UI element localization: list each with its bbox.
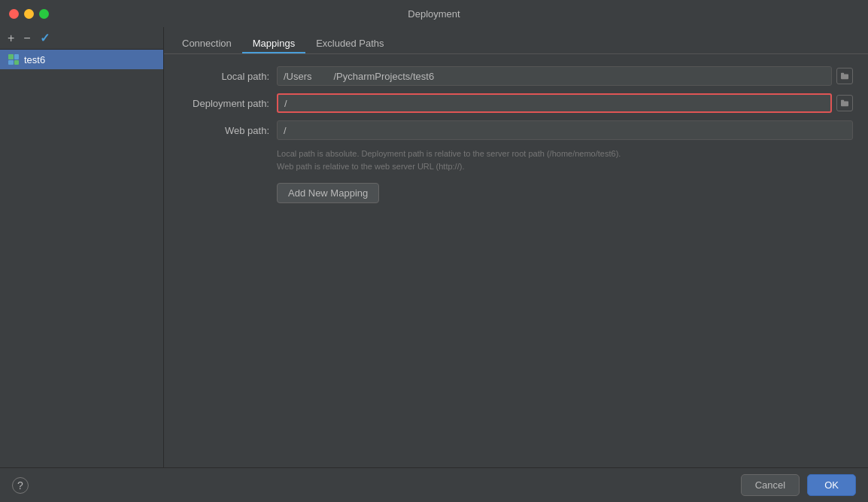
titlebar: Deployment <box>0 0 868 27</box>
deployment-path-input-wrap <box>277 93 853 113</box>
form-area: Local path: Deployment path: <box>164 54 868 467</box>
help-button[interactable]: ? <box>12 477 29 494</box>
tab-excluded-paths[interactable]: Excluded Paths <box>305 33 394 53</box>
web-path-label: Web path: <box>179 125 277 136</box>
ok-button[interactable]: OK <box>807 474 856 496</box>
web-path-row: Web path: <box>179 120 853 140</box>
main-content: + − ✓ test6 Co <box>0 27 868 467</box>
remove-server-button[interactable]: − <box>20 31 33 46</box>
add-mapping-button[interactable]: Add New Mapping <box>277 183 379 203</box>
tabs: Connection Mappings Excluded Paths <box>164 27 868 54</box>
tab-connection[interactable]: Connection <box>171 33 242 53</box>
sidebar: + − ✓ test6 <box>0 27 164 467</box>
hint-text: Local path is absolute. Deployment path … <box>277 148 853 172</box>
deployment-path-row: Deployment path: <box>179 93 853 113</box>
local-path-input[interactable] <box>277 66 832 86</box>
server-icon <box>8 53 20 65</box>
local-path-browse-button[interactable] <box>836 68 853 84</box>
local-path-row: Local path: <box>179 66 853 86</box>
svg-rect-2 <box>841 102 848 107</box>
hint-line2: Web path is relative to the web server U… <box>277 160 853 173</box>
sidebar-toolbar: + − ✓ <box>0 27 163 50</box>
hint-line1: Local path is absolute. Deployment path … <box>277 148 853 160</box>
deployment-dialog: Deployment + − ✓ test6 <box>0 0 868 502</box>
deployment-path-browse-button[interactable] <box>836 95 853 111</box>
svg-rect-3 <box>841 100 844 102</box>
local-path-label: Local path: <box>179 71 277 82</box>
right-panel: Connection Mappings Excluded Paths Local… <box>164 27 868 467</box>
local-path-input-wrap <box>277 66 853 86</box>
titlebar-controls <box>9 9 49 19</box>
cancel-button[interactable]: Cancel <box>741 474 800 496</box>
web-path-input-wrap <box>277 120 853 140</box>
tab-mappings[interactable]: Mappings <box>242 33 305 53</box>
web-path-input[interactable] <box>277 120 853 140</box>
folder-icon <box>841 71 848 81</box>
sidebar-item-label: test6 <box>24 54 45 65</box>
svg-rect-1 <box>841 73 844 75</box>
deployment-path-label: Deployment path: <box>179 98 277 109</box>
maximize-button[interactable] <box>39 9 49 19</box>
dialog-footer: ? Cancel OK <box>0 467 868 502</box>
close-button[interactable] <box>9 9 19 19</box>
folder-icon <box>841 99 848 108</box>
sidebar-item-test6[interactable]: test6 <box>0 50 163 69</box>
minimize-button[interactable] <box>24 9 34 19</box>
svg-rect-0 <box>841 75 848 80</box>
footer-buttons: Cancel OK <box>741 474 856 496</box>
window-title: Deployment <box>408 8 460 20</box>
deployment-path-input[interactable] <box>277 93 832 113</box>
add-server-button[interactable]: + <box>5 31 17 46</box>
check-button[interactable]: ✓ <box>37 31 53 46</box>
